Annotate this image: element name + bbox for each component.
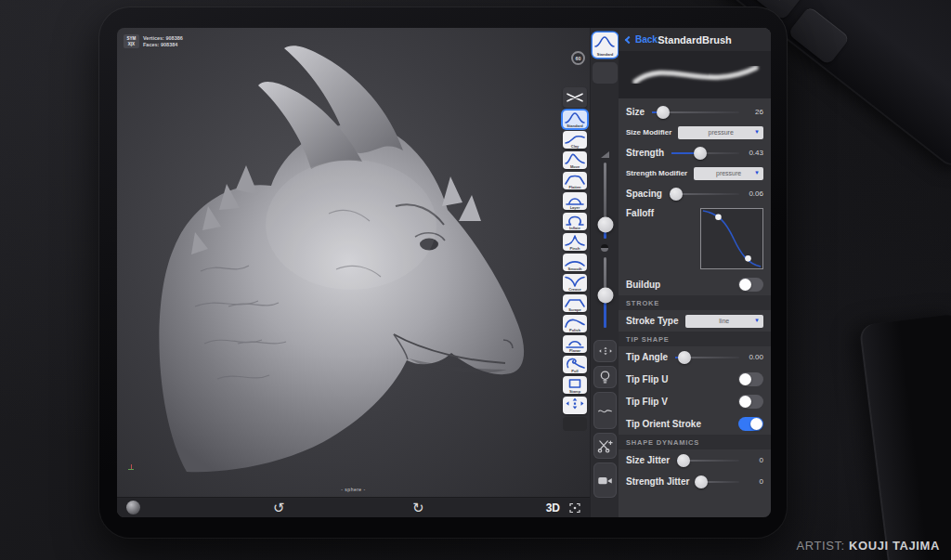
brush-curve-icon [565, 336, 585, 348]
falloff-row: Falloff [619, 204, 771, 273]
tool-planar[interactable]: Planar [563, 335, 587, 353]
spacing-value: 0.06 [739, 189, 763, 198]
tool-pull[interactable]: Pull [563, 356, 587, 373]
strength-jitter-slider[interactable] [697, 475, 739, 488]
tip-flip-v-toggle[interactable] [738, 395, 763, 409]
transform-move-button[interactable] [593, 340, 617, 362]
tip-angle-label: Tip Angle [626, 352, 668, 362]
lightbulb-icon [598, 370, 612, 385]
stroke-section-header: STROKE [619, 295, 771, 310]
buildup-toggle[interactable] [738, 278, 763, 292]
back-button[interactable]: Back [626, 34, 658, 45]
viewport-bottom-bar: ↺ ↻ 3D [117, 497, 590, 517]
tool-layer[interactable]: Layer [563, 192, 587, 210]
brush-curve-icon [565, 418, 585, 430]
brush-curve-icon [565, 193, 585, 205]
wave-icon [597, 405, 613, 416]
vertices-stat: Vertices: 908386 [143, 35, 183, 42]
tip-flip-u-label: Tip Flip U [626, 374, 668, 384]
tool-clay[interactable]: Clay [563, 131, 587, 149]
strength-label: Strength [626, 148, 664, 158]
brush-curve-icon [565, 173, 585, 185]
size-jitter-slider[interactable] [677, 454, 739, 467]
strength-modifier-dropdown[interactable]: pressure ▼ [694, 167, 763, 180]
tool-smooth[interactable]: Smooth [563, 254, 587, 271]
strength-modifier-label: Strength Modifier [626, 169, 687, 177]
tool-polish[interactable]: Polish [563, 315, 587, 332]
tool-label: Inflate [563, 226, 587, 230]
standard-brush-icon [594, 35, 615, 47]
move-arrows-icon [598, 344, 613, 358]
fps-badge: 60 [571, 51, 585, 65]
strength-value: 0.43 [739, 149, 763, 157]
strength-jitter-row: Strength Jitter 0 [619, 471, 771, 492]
mode-3d-label[interactable]: 3D [546, 501, 560, 514]
stroke-type-dropdown[interactable]: line ▼ [685, 315, 764, 328]
tool-label: Pinch [563, 246, 587, 251]
strength-slider[interactable] [671, 147, 739, 160]
material-sphere-button[interactable] [126, 501, 140, 514]
tool-move[interactable]: Move [563, 151, 587, 169]
tool-stamp[interactable]: Stamp [563, 376, 587, 394]
tip-orient-stroke-row: Tip Orient Stroke [619, 412, 771, 435]
brush-curve-icon [565, 316, 585, 328]
panel-header: Back StandardBrush [619, 28, 771, 52]
symmetry-badge[interactable]: SYM X|X [124, 34, 139, 48]
tool-label: Smooth [563, 267, 587, 271]
tip-orient-stroke-toggle[interactable] [738, 417, 763, 431]
brush-curve-icon [565, 254, 585, 267]
tool-empty-slot[interactable] [563, 417, 587, 431]
buildup-row: Buildup [619, 273, 771, 295]
spacing-slider[interactable] [670, 188, 739, 201]
tip-flip-v-row: Tip Flip V [619, 390, 771, 412]
tool-scrape[interactable]: Scrape [563, 294, 587, 312]
desk-surface: ption ARTIST: KOUJI TAJIMA [0, 0, 951, 560]
undo-button[interactable]: ↺ [273, 498, 285, 517]
tool-standard[interactable]: Standard [563, 111, 587, 128]
falloff-curve-editor[interactable] [700, 208, 763, 269]
size-modifier-dropdown[interactable]: pressure ▼ [678, 126, 763, 139]
scissors-plus-icon [597, 438, 613, 454]
dropdown-arrow-icon: ▼ [754, 129, 760, 135]
strength-jitter-label: Strength Jitter [626, 476, 689, 487]
empty-brush-slot[interactable] [593, 62, 618, 84]
current-brush-slot[interactable]: Standard [593, 33, 618, 58]
tip-flip-u-toggle[interactable] [738, 372, 763, 386]
stroke-curve-button[interactable] [593, 392, 617, 429]
video-camera-icon [597, 475, 613, 487]
lighting-button[interactable] [593, 366, 617, 388]
cut-tool-button[interactable] [593, 433, 617, 459]
size-label: Size [626, 107, 645, 117]
dropdown-arrow-icon: ▼ [754, 170, 760, 176]
mesh-stats: SYM X|X Vertices: 908386 Faces: 908384 [124, 34, 183, 48]
tip-shape-section-header: TIP SHAPE [619, 332, 771, 346]
tool-pinch[interactable]: Pinch [563, 233, 587, 251]
tool-inflate[interactable]: Inflate [563, 213, 587, 230]
size-modifier-label: Size Modifier [626, 128, 671, 137]
camera-button[interactable] [593, 462, 617, 498]
faces-stat: Faces: 908384 [143, 42, 183, 48]
size-slider[interactable] [652, 106, 739, 119]
tool-flatten[interactable]: Flatten [563, 172, 587, 189]
tip-angle-slider[interactable] [675, 351, 739, 364]
brush-curve-icon [565, 91, 585, 103]
brush-size-vslider[interactable] [604, 163, 606, 239]
spacing-label: Spacing [626, 189, 662, 199]
redo-button[interactable]: ↻ [412, 498, 424, 517]
tool-crossed-tools[interactable] [563, 87, 587, 108]
size-jitter-value: 0 [739, 456, 763, 464]
tool-move-transform[interactable] [563, 397, 587, 414]
tool-label: Clay [563, 144, 587, 149]
sculpt-viewport[interactable]: SYM X|X Vertices: 908386 Faces: 908384 6… [117, 28, 590, 517]
strength-row: Strength 0.43 [619, 142, 771, 163]
tool-label: Flatten [563, 185, 587, 189]
dropdown-arrow-icon: ▼ [754, 318, 760, 323]
frame-view-icon[interactable] [569, 502, 580, 514]
axis-gizmo-icon [128, 464, 136, 472]
artist-credit: ARTIST: KOUJI TAJIMA [796, 539, 940, 553]
tool-crease[interactable]: Crease [563, 274, 587, 292]
tip-angle-value: 0.00 [739, 353, 763, 361]
brush-sidebar-strip: Standard [590, 28, 619, 517]
tool-label: Stamp [563, 389, 587, 394]
brush-strength-vslider[interactable] [604, 257, 606, 328]
